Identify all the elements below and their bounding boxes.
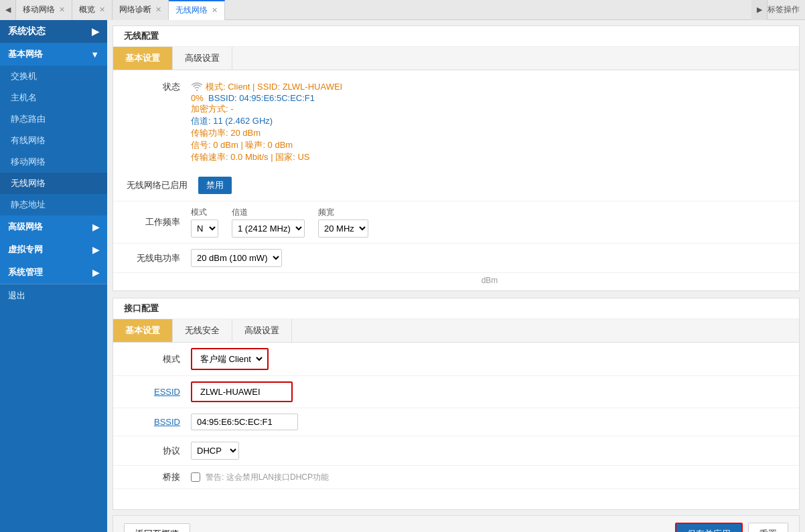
bssid-label[interactable]: BSSID (127, 417, 180, 427)
freq-row: 工作频率 模式 N B G 信道 1 (2412 MHz) (113, 201, 799, 244)
status-label: 状态 (127, 81, 180, 93)
protocol-label: 协议 (127, 445, 180, 457)
freq-group: 模式 N B G 信道 1 (2412 MHz) 2 6 (191, 207, 376, 238)
freq-channel-col: 信道 1 (2412 MHz) 2 6 11 (232, 207, 305, 238)
mode-highlight: 客户端 Client 接入点 AP Ad-Hoc (191, 348, 269, 370)
mode-label: 模式 (127, 353, 180, 365)
dbm-label: dBm (113, 273, 799, 290)
sidebar-section-advanced[interactable]: 高级网络 ▶ (0, 215, 107, 238)
action-btn-group: 保存并应用 重置 (675, 523, 788, 532)
action-bar: 返回至概览 保存并应用 重置 (113, 515, 800, 532)
tab-network-diag[interactable]: 网络诊断 ✕ (113, 0, 169, 20)
disable-wireless-btn[interactable]: 禁用 (198, 177, 232, 194)
sidebar: 系统状态 ▶ 基本网络 ▼ 交换机 主机名 静态路由 有线网络 移动网络 无线网… (0, 20, 107, 532)
enable-row: 无线网络已启用 禁用 (113, 170, 799, 201)
sidebar-item-logout[interactable]: 退出 (0, 284, 107, 307)
back-to-overview-btn[interactable]: 返回至概览 (124, 523, 190, 532)
sidebar-header-arrow: ▶ (92, 26, 99, 37)
status-txpower: 传输功率: 20 dBm (191, 127, 342, 139)
freq-width-col-label: 频宽 (318, 207, 334, 218)
iface-section-title: 接口配置 (113, 298, 799, 319)
tab-close-overview[interactable]: ✕ (99, 5, 105, 14)
status-channel: 信道: 11 (2.462 GHz) (191, 115, 342, 127)
tab-close-mobile[interactable]: ✕ (59, 5, 65, 14)
status-txrate: 传输速率: 0.0 Mbit/s | 国家: US (191, 151, 342, 163)
bridge-warning: 警告: 这会禁用LAN接口DHCP功能 (206, 472, 329, 483)
spacer (113, 489, 799, 509)
sidebar-item-switch[interactable]: 交换机 (0, 66, 107, 87)
status-bssid: BSSID: 04:95:E6:5C:EC:F1 (208, 93, 315, 103)
reset-btn[interactable]: 重置 (748, 523, 788, 532)
essid-highlight (191, 381, 293, 402)
wifi-icon (191, 82, 203, 92)
tab-label-area: 移动网络 ✕ 概览 ✕ 网络诊断 ✕ 无线网络 ✕ (16, 0, 751, 20)
freq-mode-col-label: 模式 (191, 207, 207, 218)
sidebar-section-label: 基本网络 (8, 48, 43, 60)
freq-channel-select[interactable]: 1 (2412 MHz) 2 6 11 (232, 219, 305, 238)
lower-subtab-basic[interactable]: 基本设置 (113, 319, 173, 342)
tab-next-btn[interactable]: ▶ (751, 0, 767, 20)
essid-label[interactable]: ESSID (127, 387, 180, 397)
power-select[interactable]: 20 dBm (100 mW) 17 dBm (50 mW) (191, 249, 282, 267)
tab-close-diag[interactable]: ✕ (155, 5, 161, 14)
status-enc: 加密方式: - (191, 103, 342, 115)
tab-prev-btn[interactable]: ◀ (0, 0, 16, 20)
sidebar-item-wireless[interactable]: 无线网络 (0, 173, 107, 194)
sidebar-section-advanced-label: 高级网络 (8, 221, 43, 233)
tab-bar: ◀ 移动网络 ✕ 概览 ✕ 网络诊断 ✕ 无线网络 ✕ ▶ 标签操作 (0, 0, 805, 20)
sidebar-header-label: 系统状态 (8, 25, 46, 37)
enable-label: 无线网络已启用 (127, 179, 188, 191)
lower-card: 接口配置 基本设置 无线安全 高级设置 模式 客户端 Client 接入点 AP… (113, 298, 800, 510)
essid-input[interactable] (195, 384, 289, 400)
mode-select[interactable]: 客户端 Client 接入点 AP Ad-Hoc (195, 351, 265, 367)
sidebar-section-advanced-arrow: ▶ (92, 222, 99, 232)
freq-width-select[interactable]: 20 MHz 40 MHz (318, 219, 368, 238)
sidebar-section-vpn[interactable]: 虚拟专网 ▶ (0, 238, 107, 261)
top-section-label: 无线配置 (113, 26, 799, 47)
freq-mode-col: 模式 N B G (191, 207, 218, 238)
tab-close-wireless[interactable]: ✕ (212, 6, 218, 15)
sidebar-section-arrow: ▼ (90, 50, 99, 60)
essid-row: ESSID (113, 376, 799, 408)
bridge-row: 桥接 警告: 这会禁用LAN接口DHCP功能 (113, 466, 799, 489)
sidebar-item-mobile[interactable]: 移动网络 (0, 151, 107, 173)
upper-subtabs: 基本设置 高级设置 (113, 47, 799, 70)
save-apply-btn[interactable]: 保存并应用 (675, 523, 743, 532)
sidebar-item-hostname[interactable]: 主机名 (0, 87, 107, 108)
upper-subtab-advanced[interactable]: 高级设置 (173, 47, 232, 70)
bridge-label: 桥接 (127, 471, 180, 483)
bridge-checkbox[interactable] (191, 472, 200, 482)
status-mode-value: 模式: Client | SSID: ZLWL-HUAWEI (206, 81, 342, 93)
bssid-input[interactable] (191, 414, 298, 430)
status-values: 模式: Client | SSID: ZLWL-HUAWEI 0% BSSID:… (191, 81, 342, 163)
tab-overview[interactable]: 概览 ✕ (72, 0, 113, 20)
mode-row: 模式 客户端 Client 接入点 AP Ad-Hoc (113, 343, 799, 376)
sidebar-item-static-route[interactable]: 静态路由 (0, 108, 107, 130)
sidebar-section-basic-network[interactable]: 基本网络 ▼ (0, 43, 107, 66)
tab-wireless[interactable]: 无线网络 ✕ (169, 0, 225, 20)
content-scroll: 无线配置 基本设置 高级设置 状态 (107, 20, 805, 532)
freq-label: 工作频率 (127, 216, 180, 228)
status-info-block: 状态 模式: Client | SSID: ZLWL-HUAWEI 0% B (113, 70, 799, 170)
sidebar-section-sysadmin[interactable]: 系统管理 ▶ (0, 261, 107, 284)
upper-card: 无线配置 基本设置 高级设置 状态 (113, 25, 800, 291)
sidebar-section-vpn-label: 虚拟专网 (8, 244, 43, 256)
freq-width-col: 频宽 20 MHz 40 MHz (318, 207, 368, 238)
main-layout: 系统状态 ▶ 基本网络 ▼ 交换机 主机名 静态路由 有线网络 移动网络 无线网… (0, 20, 805, 532)
lower-subtab-security[interactable]: 无线安全 (173, 319, 232, 342)
lower-subtab-advanced[interactable]: 高级设置 (232, 319, 292, 342)
sidebar-item-static-addr[interactable]: 静态地址 (0, 194, 107, 215)
tab-mobile-network[interactable]: 移动网络 ✕ (16, 0, 72, 20)
sidebar-header-system-status[interactable]: 系统状态 ▶ (0, 20, 107, 43)
protocol-select[interactable]: DHCP 静态 PPPoE (191, 442, 239, 460)
sidebar-item-wired[interactable]: 有线网络 (0, 130, 107, 151)
lower-subtabs: 基本设置 无线安全 高级设置 (113, 319, 799, 343)
upper-subtab-basic[interactable]: 基本设置 (113, 47, 173, 70)
power-row: 无线电功率 20 dBm (100 mW) 17 dBm (50 mW) (113, 244, 799, 273)
sidebar-section-sysadmin-arrow: ▶ (92, 268, 99, 278)
tab-actions-label[interactable]: 标签操作 (767, 4, 805, 15)
sidebar-section-vpn-arrow: ▶ (92, 245, 99, 255)
freq-mode-select[interactable]: N B G (191, 219, 218, 238)
freq-channel-col-label: 信道 (232, 207, 248, 218)
sidebar-section-sysadmin-label: 系统管理 (8, 266, 43, 278)
